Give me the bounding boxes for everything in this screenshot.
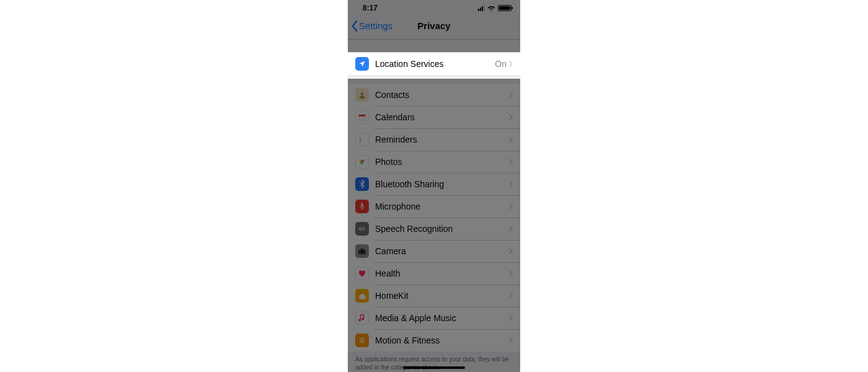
svg-point-11: [361, 250, 364, 253]
chevron-right-icon: [509, 226, 513, 232]
chevron-right-icon: [509, 203, 513, 210]
wifi-icon: [487, 5, 495, 11]
page-title: Privacy: [417, 20, 450, 31]
status-right: [478, 5, 512, 11]
chevron-right-icon: [509, 293, 513, 299]
chevron-right-icon: [509, 181, 513, 187]
svg-point-5: [360, 141, 361, 142]
motion-fitness-row[interactable]: Motion & Fitness: [348, 329, 520, 352]
svg-point-8: [360, 161, 363, 164]
chevron-right-icon: [509, 92, 513, 98]
battery-icon: [498, 5, 512, 11]
row-label: Motion & Fitness: [375, 335, 509, 345]
heart-icon: [355, 267, 369, 280]
status-time: 8:17: [363, 4, 378, 12]
bluetooth-sharing-row[interactable]: Bluetooth Sharing: [348, 173, 520, 195]
bluetooth-icon: [355, 177, 369, 191]
svg-rect-12: [361, 248, 364, 249]
svg-rect-2: [359, 115, 366, 117]
homekit-row[interactable]: HomeKit: [348, 285, 520, 307]
row-label: Speech Recognition: [375, 224, 509, 234]
contacts-row[interactable]: Contacts: [348, 84, 520, 106]
location-services-label: Location Services: [375, 59, 495, 69]
chevron-right-icon: [509, 248, 513, 254]
nav-bar: Settings Privacy: [348, 12, 520, 40]
row-label: HomeKit: [375, 291, 509, 301]
media-apple-music-row[interactable]: Media & Apple Music: [348, 307, 520, 329]
photos-row[interactable]: Photos: [348, 151, 520, 173]
chevron-right-icon: [509, 136, 513, 143]
svg-point-0: [361, 92, 364, 95]
row-label: Reminders: [375, 135, 509, 144]
chevron-right-icon: [509, 61, 513, 67]
status-bar: 8:17: [348, 0, 520, 12]
phone-frame: 8:17 Settings Privacy Location Services …: [348, 0, 520, 372]
microphone-icon: [355, 200, 369, 213]
chevron-right-icon: [509, 159, 513, 165]
camera-row[interactable]: Camera: [348, 240, 520, 262]
svg-point-3: [360, 137, 361, 138]
location-arrow-icon: [355, 57, 369, 71]
svg-rect-9: [361, 203, 363, 206]
row-label: Photos: [375, 157, 509, 167]
chevron-left-icon: [352, 20, 358, 32]
back-button[interactable]: Settings: [352, 20, 392, 32]
contacts-icon: [355, 88, 369, 102]
home-indicator[interactable]: [403, 366, 465, 369]
row-label: Calendars: [375, 112, 509, 122]
chevron-right-icon: [509, 270, 513, 277]
calendars-row[interactable]: Calendars: [348, 106, 520, 128]
row-label: Health: [375, 268, 509, 278]
chevron-right-icon: [509, 337, 513, 343]
chevron-right-icon: [509, 315, 513, 321]
app-categories-section: Contacts Calendars Reminders Photos: [348, 84, 520, 352]
location-services-value: On: [495, 59, 507, 69]
footer-note-1: As applications request access to your d…: [348, 352, 520, 372]
music-note-icon: [355, 311, 369, 325]
running-icon: [355, 334, 369, 347]
speech-recognition-row[interactable]: Speech Recognition: [348, 218, 520, 240]
microphone-row[interactable]: Microphone: [348, 195, 520, 218]
row-label: Camera: [375, 246, 509, 256]
waveform-icon: [355, 222, 369, 236]
photos-icon: [355, 155, 369, 169]
back-label: Settings: [359, 20, 392, 31]
row-label: Media & Apple Music: [375, 313, 509, 323]
location-services-section: Location Services On: [348, 52, 520, 76]
cellular-signal-icon: [478, 5, 485, 11]
reminders-row[interactable]: Reminders: [348, 128, 520, 151]
health-row[interactable]: Health: [348, 262, 520, 285]
calendars-icon: [355, 110, 369, 124]
camera-icon: [355, 244, 369, 258]
home-icon: [355, 289, 369, 303]
row-label: Microphone: [375, 202, 509, 211]
reminders-icon: [355, 133, 369, 146]
row-label: Bluetooth Sharing: [375, 179, 509, 189]
row-label: Contacts: [375, 90, 509, 100]
location-services-row[interactable]: Location Services On: [348, 53, 520, 75]
svg-point-4: [360, 139, 361, 140]
chevron-right-icon: [509, 114, 513, 120]
